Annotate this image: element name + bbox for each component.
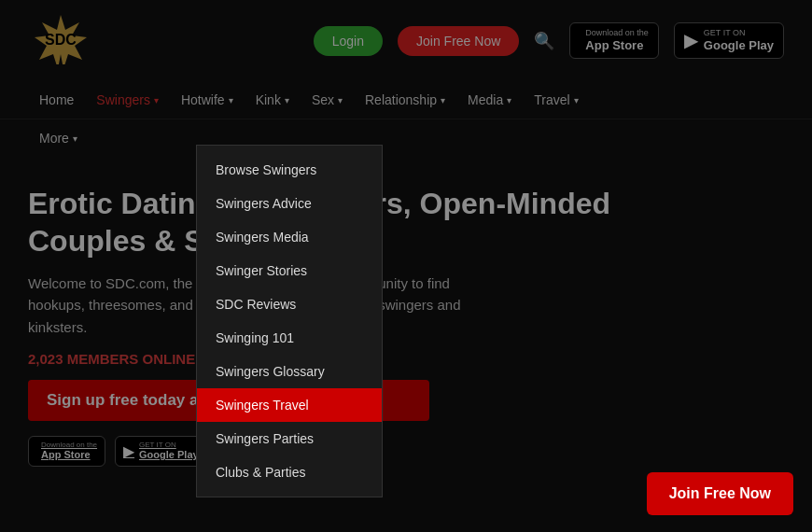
dropdown-clubs-parties[interactable]: Clubs & Parties [197,455,382,489]
overlay-dim [0,0,812,532]
dropdown-swingers-glossary[interactable]: Swingers Glossary [197,355,382,388]
dropdown-browse-swingers[interactable]: Browse Swingers [197,153,382,187]
swingers-dropdown: Browse Swingers Swingers Advice Swingers… [196,145,383,497]
dropdown-swinger-stories[interactable]: Swinger Stories [197,254,382,287]
dropdown-swingers-parties[interactable]: Swingers Parties [197,422,382,455]
dropdown-swingers-advice[interactable]: Swingers Advice [197,187,382,220]
dropdown-swingers-media[interactable]: Swingers Media [197,220,382,254]
dropdown-swingers-travel[interactable]: Swingers Travel [197,388,382,422]
dropdown-swinging-101[interactable]: Swinging 101 [197,321,382,355]
float-join-button[interactable]: Join Free Now [647,472,793,515]
dropdown-sdc-reviews[interactable]: SDC Reviews [197,287,382,321]
